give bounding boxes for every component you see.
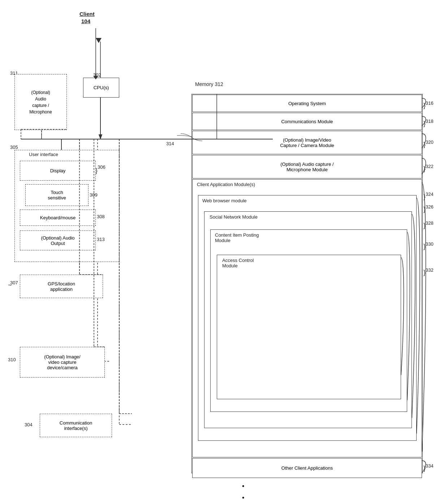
- ref-316: 316: [426, 100, 434, 106]
- ref-332: 332: [426, 267, 434, 273]
- display-box: Display: [20, 161, 96, 181]
- content-posting-label: Content Item PostingModule: [215, 232, 259, 243]
- brace-330: }: [423, 243, 426, 250]
- dots: •••: [242, 481, 245, 504]
- brace-307: ~: [8, 281, 12, 289]
- ref-309: 309: [90, 192, 98, 198]
- ref-310: 310: [8, 357, 16, 362]
- brace-334: }: [423, 465, 426, 472]
- brace-332: }: [423, 269, 426, 276]
- user-interface-label: User interface: [29, 152, 58, 157]
- image-video-box: (Optional) Image/VideoCapture / Camera M…: [192, 131, 422, 154]
- brace-328: }: [423, 222, 426, 229]
- client-app-label: Client Application Module(s): [197, 182, 255, 187]
- access-control-box: [217, 255, 401, 399]
- brace-324: }: [423, 193, 426, 201]
- comm-module-box: Communications Module: [192, 113, 422, 130]
- gps-box: GPS/locationapplication: [20, 275, 103, 298]
- touch-box: Touchsensitive: [25, 184, 89, 206]
- comm-interface-box: Communicationinterface(s): [40, 414, 112, 437]
- ref-313: 313: [97, 237, 105, 242]
- image-capture-box: (Optional) Image/video capturedevice/cam…: [20, 347, 105, 378]
- client-label: Client: [79, 11, 95, 17]
- ref-305: 305: [10, 145, 18, 150]
- client-number: 104: [81, 18, 90, 24]
- brace-316: }: [423, 102, 426, 109]
- cpu-box: CPU(s): [83, 78, 119, 98]
- ref-320: 320: [426, 139, 434, 145]
- audio-module-box: (Optional) Audio capture /Microphone Mod…: [192, 155, 422, 178]
- ref-324: 324: [426, 191, 434, 197]
- ref-334: 334: [426, 463, 434, 469]
- web-browser-label: Web browser module: [202, 198, 247, 203]
- access-control-label: Access ControlModule: [222, 258, 254, 268]
- memory-label: Memory 312: [195, 81, 223, 87]
- brace-320: }: [423, 141, 426, 148]
- client-arrow: [96, 38, 102, 43]
- ref-328: 328: [426, 220, 434, 226]
- brace-306: }: [95, 167, 98, 175]
- diagram: Client 104 311 (Optional)Audiocapture /M…: [0, 0, 448, 504]
- ref-322: 322: [426, 164, 434, 169]
- ref-308: 308: [97, 214, 105, 219]
- keyboard-box: Keyboard/mouse: [20, 210, 96, 226]
- ref-304: 304: [25, 422, 33, 427]
- social-network-label: Social Network Module: [210, 214, 258, 220]
- ref-326: 326: [426, 204, 434, 210]
- audio-output-box: (Optional) AudioOutput: [20, 231, 96, 250]
- os-box: Operating System: [192, 95, 422, 112]
- ref-330: 330: [426, 241, 434, 247]
- ref-306: 306: [98, 164, 105, 170]
- brace-326: }: [423, 206, 426, 213]
- ref-302: 302: [93, 72, 101, 78]
- other-apps-box: Other Client Applications: [192, 458, 422, 478]
- ref-314: 314: [166, 141, 174, 146]
- brace-322: }: [423, 165, 426, 173]
- brace-318: }: [423, 120, 426, 128]
- ref-318: 318: [426, 119, 434, 124]
- audio-capture-box: (Optional)Audiocapture /Microphone: [14, 74, 67, 130]
